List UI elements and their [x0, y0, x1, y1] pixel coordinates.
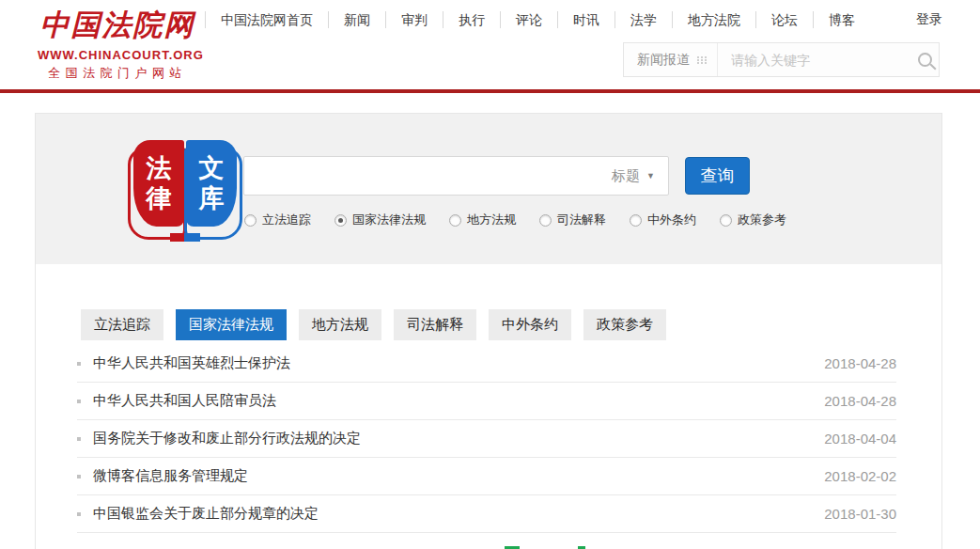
law-list-row: 中华人民共和国英雄烈士保护法 2018-04-28 [77, 345, 896, 383]
site-header: 中国法院网 WWW.CHINACOURT.ORG 全国法院门户网站 中国法院网首… [0, 0, 980, 89]
keyword-search-input[interactable] [718, 43, 910, 76]
tab-judicial-interpretation[interactable]: 司法解释 [394, 309, 476, 340]
category-tabs: 立法追踪 国家法律法规 地方法规 司法解释 中外条约 政策参考 [81, 309, 941, 340]
site-logo-subtitle: 全国法院门户网站 [38, 65, 197, 82]
book-left-label: 法律 [146, 153, 172, 214]
law-date: 2018-04-28 [824, 393, 896, 409]
law-title-link[interactable]: 微博客信息服务管理规定 [93, 467, 248, 485]
law-title-link[interactable]: 国务院关于修改和废止部分行政法规的决定 [93, 430, 361, 447]
tab-policy-reference[interactable]: 政策参考 [583, 309, 666, 340]
law-library-panel: 法律 文库 标题 ▼ 查询 立法追踪 国家法律法规 [36, 113, 941, 264]
radio-local-regulations[interactable]: 地方法规 [449, 212, 516, 228]
law-date: 2018-01-30 [824, 506, 896, 522]
nav-item-law-study[interactable]: 法学 [614, 11, 672, 28]
bullet-icon [77, 512, 81, 516]
law-date: 2018-04-04 [824, 431, 896, 447]
radio-treaties[interactable]: 中外条约 [630, 212, 696, 228]
category-radio-group: 立法追踪 国家法律法规 地方法规 司法解释 中外条约 政策参考 [244, 212, 786, 228]
radio-circle-checked [334, 214, 347, 227]
radio-national-laws[interactable]: 国家法律法规 [334, 212, 426, 228]
search-category-label: 新闻报道 [637, 52, 690, 69]
query-button[interactable]: 查询 [685, 157, 750, 195]
tab-legislation-tracking[interactable]: 立法追踪 [81, 309, 163, 340]
search-field-selector[interactable]: 标题 ▼ [599, 157, 668, 195]
law-title-link[interactable]: 中国银监会关于废止部分规章的决定 [93, 505, 319, 523]
site-logo[interactable]: 中国法院网 WWW.CHINACOURT.ORG 全国法院门户网站 [38, 6, 197, 82]
radio-judicial-interpretation[interactable]: 司法解释 [539, 212, 606, 228]
magnifier-icon [918, 53, 932, 67]
search-field-label: 标题 [612, 167, 640, 185]
library-search-input[interactable] [244, 157, 599, 195]
nav-item-blog[interactable]: 博客 [813, 11, 870, 28]
radio-circle [539, 214, 552, 227]
search-button[interactable] [910, 43, 939, 76]
book-right-page: 文库 [186, 140, 237, 227]
radio-circle [449, 214, 461, 227]
law-date: 2018-02-02 [824, 468, 896, 484]
radio-legislation-tracking[interactable]: 立法追踪 [244, 212, 311, 228]
law-list-row: 微博客信息服务管理规定 2018-02-02 [77, 458, 896, 495]
tab-local-regulations[interactable]: 地方法规 [299, 309, 381, 340]
law-title-link[interactable]: 中华人民共和国英雄烈士保护法 [93, 354, 290, 372]
nav-item-local-courts[interactable]: 地方法院 [672, 11, 755, 28]
tab-treaties[interactable]: 中外条约 [489, 309, 571, 340]
nav-item-home[interactable]: 中国法院网首页 [205, 11, 328, 28]
law-date: 2018-04-28 [824, 355, 896, 371]
nav-item-forum[interactable]: 论坛 [755, 11, 813, 28]
caret-down-icon: ▼ [646, 171, 655, 180]
grid-dots-icon [697, 56, 708, 64]
nav-item-comment[interactable]: 评论 [500, 11, 557, 28]
radio-circle [720, 214, 732, 227]
search-category-dropdown[interactable]: 新闻报道 [624, 43, 718, 76]
nav-item-news[interactable]: 新闻 [328, 11, 385, 28]
law-library-book-logo: 法律 文库 [132, 140, 238, 238]
site-logo-url: WWW.CHINACOURT.ORG [38, 48, 197, 62]
law-title-link[interactable]: 中华人民共和国人民陪审员法 [93, 392, 276, 410]
nav-item-enforcement[interactable]: 执行 [443, 11, 500, 28]
top-nav: 中国法院网首页 新闻 审判 执行 评论 时讯 法学 地方法院 论坛 博客 [205, 11, 870, 28]
bullet-icon [77, 400, 81, 403]
site-logo-title: 中国法院网 [38, 6, 197, 45]
law-list-row: 中国银监会关于废止部分规章的决定 2018-01-30 [77, 495, 896, 533]
nav-item-trial[interactable]: 审判 [385, 11, 443, 28]
law-list-row: 国务院关于修改和废止部分行政法规的决定 2018-04-04 [77, 420, 896, 458]
radio-circle [244, 214, 257, 227]
book-right-label: 文库 [198, 153, 225, 214]
top-search-bar: 新闻报道 [623, 42, 940, 77]
bullet-icon [77, 437, 81, 441]
radio-circle [630, 214, 642, 227]
tab-national-laws[interactable]: 国家法律法规 [176, 309, 287, 340]
library-search-box: 标题 ▼ [243, 156, 669, 196]
nav-item-current[interactable]: 时讯 [557, 11, 614, 28]
radio-policy-reference[interactable]: 政策参考 [720, 212, 786, 228]
bullet-icon [77, 362, 81, 366]
login-link[interactable]: 登录 [916, 11, 942, 28]
law-list-row: 中华人民共和国人民陪审员法 2018-04-28 [77, 383, 896, 420]
book-foot-right [184, 233, 200, 242]
red-divider-line [0, 89, 980, 93]
book-left-page: 法律 [133, 140, 184, 227]
law-list: 中华人民共和国英雄烈士保护法 2018-04-28 中华人民共和国人民陪审员法 … [77, 345, 896, 533]
bullet-icon [77, 475, 81, 478]
content-container: 法律 文库 标题 ▼ 查询 立法追踪 国家法律法规 [35, 113, 942, 549]
